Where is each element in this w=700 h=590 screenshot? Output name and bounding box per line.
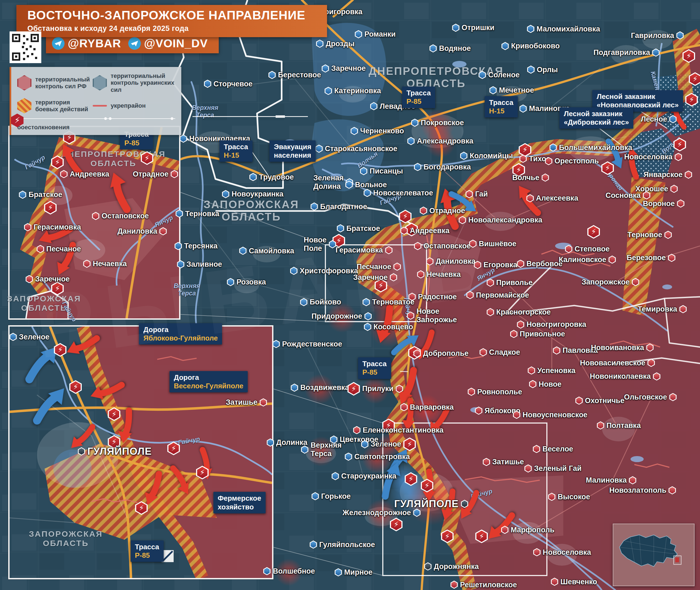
settlement-marker-rf-icon [669, 393, 677, 401]
settlement-marker-rf-icon [466, 190, 473, 198]
settlement-label: Сосновка [606, 191, 641, 199]
settlement-label: Песчаное [46, 245, 81, 253]
info-label-line: Н-15 [224, 151, 248, 160]
settlement-label: Братское [28, 190, 62, 199]
settlement-label: Красногорское [496, 308, 551, 316]
settlement-marker-rf-icon [414, 242, 421, 250]
settlement-ua: Терновка [176, 209, 219, 218]
settlement-marker-ua-icon [330, 435, 337, 444]
settlement-label: Терновка [185, 209, 219, 218]
settlement-rf: Новоалександровка [459, 216, 542, 224]
river-label: Янчур [153, 214, 174, 228]
settlement-ua: Орлы [527, 65, 558, 74]
settlement-label: Черненково [360, 127, 404, 135]
info-label-line: Трасса [489, 98, 513, 107]
settlement-marker-rf-icon [685, 171, 692, 179]
settlement-rf: Ровнополье [467, 388, 522, 396]
settlement-marker-rf-icon [646, 343, 654, 352]
settlement-rf: Заречное [25, 275, 70, 283]
settlement-label: Андреевка [410, 226, 449, 235]
settlement-label: Зеленое [19, 332, 50, 341]
settlement-label: Маломихайловка [536, 25, 600, 33]
settlement-marker-ua-icon [311, 202, 318, 211]
settlement-marker-ua-icon [519, 104, 527, 113]
road-label-box: ТрассаР-85 [358, 358, 391, 379]
settlement-rf: Новое Запорожье [407, 307, 457, 324]
telegram-channel-rybar[interactable]: @RYBAR [52, 37, 121, 50]
settlement-label: Коломийцы [470, 152, 513, 160]
settlement-label: Христофоровка [300, 267, 358, 275]
settlement-label: Малиновка [586, 476, 627, 485]
settlement-label: Ольговское [624, 393, 667, 401]
settlement-ua: Розовка [227, 278, 266, 286]
settlement-marker-ua-icon [329, 240, 336, 249]
settlement-marker-ua-icon [272, 340, 280, 348]
settlement-marker-rf-icon [597, 421, 604, 429]
clash-icon: ⚡ [44, 201, 57, 214]
settlement-label: Лесное [641, 115, 667, 123]
settlement-ua: Христофоровка [290, 267, 358, 275]
settlement-label: Новоселовка [624, 153, 673, 161]
settlement-ua: Заливное [177, 260, 222, 269]
settlement-marker-ua-icon [452, 23, 459, 32]
settlement-marker-rf-icon [459, 216, 466, 224]
settlement-marker-mix-icon [424, 562, 432, 571]
info-label-line: Лесной заказник [597, 92, 679, 101]
settlement-marker-ua-icon [325, 87, 332, 95]
settlement-marker-rf-icon [390, 273, 397, 282]
settlement-rf: Шевченко [551, 577, 597, 586]
settlement-marker-rf-icon [671, 185, 678, 193]
info-label-line: Р-85 [362, 368, 387, 377]
settlement-marker-rf-icon [524, 464, 532, 473]
settlement-label: ГУЛЯЙПОЛЕ [87, 446, 152, 457]
legend-label: боестолкновения [17, 124, 70, 131]
telegram-channel-voindv[interactable]: @VOIN_DV [128, 37, 208, 50]
settlement-marker-rf-icon [608, 256, 616, 264]
settlement-label: Самойловка [249, 247, 294, 255]
settlement-marker-ua-icon [174, 242, 182, 250]
settlement-ua: Трудовое [249, 173, 294, 181]
settlement-rf: Вербовое [517, 260, 562, 268]
settlement-marker-ua-icon [300, 298, 308, 306]
settlement-marker-ua-icon [345, 453, 352, 461]
settlement-rf: Прилуки⚡ [347, 382, 403, 396]
settlement-marker-rf-icon [548, 493, 555, 501]
settlement-rf: Нечаевка [417, 270, 461, 279]
settlement-marker-rf-icon [83, 260, 90, 268]
settlement-marker-ua-icon [177, 260, 184, 268]
settlement-marker-rf-icon [450, 581, 458, 589]
settlement-label: Водяное [439, 44, 470, 53]
settlement-marker-rf-icon [60, 170, 68, 178]
settlement-label: Берестовое [278, 71, 321, 79]
settlement-marker-ua-icon [478, 71, 486, 79]
settlement-label: Алексеевка [536, 194, 578, 202]
legend-item-ua-control: территориальный контроль украинских сил [93, 73, 175, 93]
settlement-marker-rf-icon [669, 486, 676, 494]
info-label-line: Р-85 [124, 138, 149, 147]
settlement-marker-ua-icon [360, 167, 367, 175]
settlement-marker-rf-icon [519, 155, 527, 163]
settlement-marker-rf-icon [409, 293, 416, 301]
settlement-rf: Терновое [627, 231, 672, 239]
settlement-label: Братское [346, 224, 380, 232]
settlement-label: Новое [539, 380, 562, 388]
legend-item-rf-control: территориальный контроль сил РФ [17, 73, 90, 93]
settlement-label: Сторчевое [213, 80, 252, 88]
settlement-label: Вороное [643, 199, 675, 208]
attack-arrow-red [166, 464, 196, 498]
settlement-label: Даниловка [117, 227, 157, 235]
settlement-marker-rf-icon [529, 380, 536, 388]
settlement-rf: Приволье [487, 279, 533, 287]
map-legend: территориальный контроль сил РФ территор… [10, 67, 181, 135]
settlement-marker-rf-icon [171, 170, 178, 178]
settlement-marker-rf-icon [653, 372, 661, 380]
settlement-marker-rf-icon [92, 212, 99, 220]
settlement-rf: Новоселовка [533, 548, 591, 557]
settlement-marker-ua-icon [364, 312, 372, 320]
settlement-rf: Зеленый Гай [524, 464, 582, 473]
settlement-ua: Новоукраинка [222, 190, 283, 198]
settlement-marker-ua-icon [290, 267, 297, 275]
info-label-line: Веселое-Гуляйполе [174, 382, 243, 390]
settlement-rf: Андреевка [400, 226, 449, 235]
fortified-line-icon [93, 105, 107, 107]
